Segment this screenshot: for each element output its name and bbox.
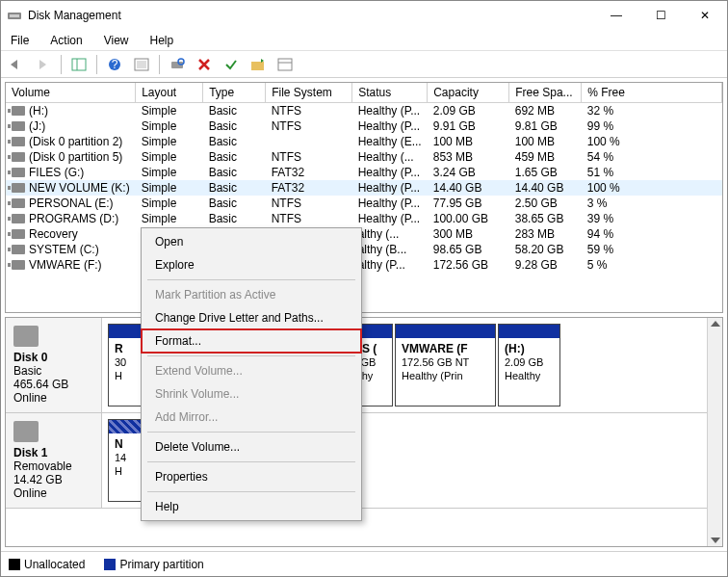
disk-row: Disk 1Removable14.42 GBOnlineN14H [6, 413, 722, 509]
menu-action[interactable]: Action [46, 32, 86, 49]
minimize-button[interactable]: — [594, 1, 638, 30]
drive-icon [12, 198, 25, 208]
drive-icon [12, 245, 25, 254]
table-row[interactable]: PROGRAMS (D:)SimpleBasicNTFSHealthy (P..… [6, 211, 722, 226]
ctx-shrink: Shrink Volume... [142, 382, 361, 406]
refresh-button[interactable] [166, 54, 189, 75]
drive-icon [12, 260, 25, 270]
back-button[interactable] [5, 54, 28, 75]
menu-bar: File Action View Help [1, 30, 727, 51]
ctx-format[interactable]: Format... [142, 329, 361, 353]
ctx-open[interactable]: Open [142, 230, 361, 253]
disk-graphical-pane[interactable]: Disk 0Basic465.64 GBOnlineR30HPERSONAL77… [5, 317, 723, 547]
table-row[interactable]: (J:)SimpleBasicNTFSHealthy (P...9.91 GB9… [6, 118, 722, 134]
ctx-properties[interactable]: Properties [142, 465, 361, 488]
col-status[interactable]: Status [352, 83, 428, 103]
svg-rect-2 [72, 59, 86, 70]
legend-unallocated: Unallocated [9, 558, 85, 571]
properties-button[interactable] [273, 54, 297, 75]
ctx-extend: Extend Volume... [142, 359, 361, 382]
maximize-button[interactable]: ☐ [638, 1, 683, 30]
table-row[interactable]: FILES (G:)SimpleBasicFAT32Healthy (P...3… [6, 165, 722, 180]
context-menu: Open Explore Mark Partition as Active Ch… [141, 227, 362, 521]
app-icon [7, 8, 22, 23]
svg-rect-11 [278, 59, 292, 70]
volume-list-pane[interactable]: Volume Layout Type File System Status Ca… [5, 82, 723, 313]
col-volume[interactable]: Volume [6, 83, 136, 103]
vertical-scrollbar[interactable] [707, 318, 722, 546]
svg-rect-10 [251, 62, 264, 70]
svg-rect-1 [10, 14, 19, 17]
col-freespace[interactable]: Free Spa... [509, 83, 582, 103]
drive-icon [12, 137, 25, 146]
ctx-change-letter[interactable]: Change Drive Letter and Paths... [142, 306, 361, 329]
col-layout[interactable]: Layout [136, 83, 203, 103]
col-pctfree[interactable]: % Free [582, 83, 722, 103]
col-capacity[interactable]: Capacity [428, 83, 509, 103]
show-hide-tree-button[interactable] [67, 54, 91, 75]
disk-icon [13, 326, 39, 347]
table-row[interactable]: (Disk 0 partition 5)SimpleBasicNTFSHealt… [6, 149, 722, 165]
drive-icon [12, 152, 25, 162]
settings-button[interactable] [130, 54, 153, 75]
disk-icon [13, 421, 39, 442]
col-type[interactable]: Type [203, 83, 266, 103]
ctx-explore[interactable]: Explore [142, 253, 361, 276]
folder-up-button[interactable] [247, 54, 270, 75]
close-button[interactable]: ✕ [683, 1, 727, 30]
table-row[interactable]: SYSTEM (C:)SimpleBasicalthy (B...98.65 G… [6, 242, 722, 257]
window-title: Disk Management [28, 9, 594, 22]
drive-icon [12, 106, 25, 116]
ctx-help[interactable]: Help [142, 495, 361, 518]
svg-text:?: ? [112, 58, 118, 71]
menu-file[interactable]: File [7, 32, 33, 49]
col-filesystem[interactable]: File System [266, 83, 352, 103]
drive-icon [12, 229, 25, 239]
volume-table: Volume Layout Type File System Status Ca… [6, 83, 722, 273]
help-button[interactable]: ? [103, 54, 126, 75]
table-row[interactable]: RecoverySimpleBasicalthy (...300 MB283 M… [6, 226, 722, 242]
disk-info[interactable]: Disk 1Removable14.42 GBOnline [6, 413, 102, 508]
table-row[interactable]: (Disk 0 partition 2)SimpleBasicHealthy (… [6, 134, 722, 149]
legend-bar: Unallocated Primary partition [1, 551, 727, 576]
checkmark-button[interactable] [220, 54, 243, 75]
table-row[interactable]: PERSONAL (E:)SimpleBasicNTFSHealthy (P..… [6, 196, 722, 211]
toolbar: ? [1, 51, 727, 78]
table-row[interactable]: (H:)SimpleBasicNTFSHealthy (P...2.09 GB6… [6, 103, 722, 119]
disk-row: Disk 0Basic465.64 GBOnlineR30HPERSONAL77… [6, 318, 722, 413]
forward-button[interactable] [32, 54, 55, 75]
ctx-delete[interactable]: Delete Volume... [142, 435, 361, 459]
partition[interactable]: (H:)2.09 GBHealthy [498, 324, 560, 407]
menu-help[interactable]: Help [146, 32, 178, 49]
drive-icon [12, 214, 25, 223]
drive-icon [12, 121, 25, 131]
disk-info[interactable]: Disk 0Basic465.64 GBOnline [6, 318, 102, 412]
ctx-mirror: Add Mirror... [142, 406, 361, 429]
drive-icon [12, 168, 25, 177]
legend-primary: Primary partition [104, 558, 203, 571]
disk-management-window: Disk Management — ☐ ✕ File Action View H… [0, 0, 728, 577]
delete-button[interactable] [193, 54, 216, 75]
table-row[interactable]: VMWARE (F:)SimpleBasicalthy (P...172.56 … [6, 257, 722, 273]
ctx-mark-active: Mark Partition as Active [142, 283, 361, 306]
drive-icon [12, 183, 25, 193]
svg-rect-7 [137, 61, 146, 68]
title-bar[interactable]: Disk Management — ☐ ✕ [1, 1, 727, 30]
table-row[interactable]: NEW VOLUME (K:)SimpleBasicFAT32Healthy (… [6, 180, 722, 196]
content-area: Volume Layout Type File System Status Ca… [1, 78, 727, 576]
partition[interactable]: VMWARE (F172.56 GB NTHealthy (Prin [395, 324, 496, 407]
menu-view[interactable]: View [100, 32, 133, 49]
